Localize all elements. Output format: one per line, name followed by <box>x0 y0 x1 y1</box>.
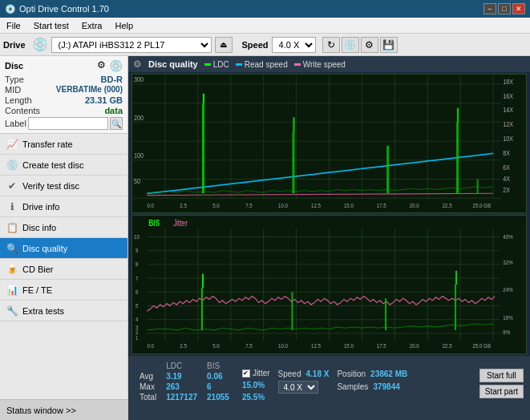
sidebar-item-extra-tests[interactable]: 🔧 Extra tests <box>0 301 127 321</box>
svg-text:10.0: 10.0 <box>278 343 288 350</box>
refresh-button[interactable]: ↻ <box>322 37 340 53</box>
menu-extra[interactable]: Extra <box>79 20 106 31</box>
main-content: Disc ⚙ 💿 Type BD-R MID VERBATIMe (000) L… <box>0 56 530 420</box>
title-bar-left: 💿 Opti Drive Control 1.70 <box>5 4 109 14</box>
svg-text:7.5: 7.5 <box>245 203 253 208</box>
disc-mid-value: VERBATIMe (000) <box>56 85 123 95</box>
disc-mid-label: MID <box>5 85 21 95</box>
speed-select[interactable]: 4.0 X 1.0 X 2.0 X 8.0 X <box>272 37 316 53</box>
eject-button[interactable]: ⏏ <box>215 37 233 53</box>
disc-quality-icon: 🔍 <box>6 243 18 254</box>
transfer-rate-icon: 📈 <box>6 139 18 150</box>
svg-text:4: 4 <box>136 317 138 324</box>
legend-ldc-label: LDC <box>213 60 229 69</box>
disc-label-input[interactable] <box>28 117 108 130</box>
svg-text:25.0 GB: 25.0 GB <box>473 343 492 350</box>
sidebar-item-verify-test-disc-label: Verify test disc <box>22 181 79 191</box>
svg-text:BIS: BIS <box>148 218 160 228</box>
menu-file[interactable]: File <box>3 20 24 31</box>
disc-header: Disc ⚙ 💿 <box>5 59 123 72</box>
settings-button[interactable]: ⚙ <box>361 37 378 53</box>
svg-text:5.0: 5.0 <box>212 343 220 350</box>
svg-text:0.0: 0.0 <box>147 203 154 208</box>
chart-header: ⚙ Disc quality LDC Read speed Write spee… <box>128 56 530 72</box>
disc-label-button[interactable]: 🔍 <box>110 117 123 130</box>
sidebar-item-verify-test-disc[interactable]: ✔ Verify test disc <box>0 176 127 196</box>
create-test-disc-icon: 💿 <box>6 160 18 171</box>
sidebar-item-transfer-rate[interactable]: 📈 Transfer rate <box>0 134 127 155</box>
save-button[interactable]: 💾 <box>380 37 398 53</box>
svg-text:9: 9 <box>136 248 138 255</box>
svg-text:Jitter: Jitter <box>173 218 188 228</box>
cd-bier-icon: 🍺 <box>6 264 18 275</box>
top-chart: 300 200 100 50 18X 16X 14X 12X 10X 8X 6X… <box>131 74 527 213</box>
title-bar-controls: − □ ✕ <box>483 3 525 14</box>
svg-text:4X: 4X <box>503 175 510 183</box>
svg-text:17.5: 17.5 <box>377 203 386 208</box>
svg-rect-44 <box>203 94 204 103</box>
speed-dropdown-stats[interactable]: 4.0 X <box>278 381 318 394</box>
samples-label: Samples <box>337 382 368 391</box>
stats-max-bis: 6 <box>202 382 234 392</box>
svg-text:7: 7 <box>136 275 138 282</box>
disc-type-row: Type BD-R <box>5 75 123 84</box>
svg-text:22.5: 22.5 <box>443 343 452 350</box>
stats-header-empty <box>135 361 161 371</box>
sidebar-item-transfer-rate-label: Transfer rate <box>22 139 73 149</box>
jitter-avg-row: 15.0% <box>242 380 270 390</box>
sidebar-item-extra-tests-label: Extra tests <box>22 306 64 316</box>
svg-text:0.0: 0.0 <box>147 343 154 350</box>
disc-button[interactable]: 💿 <box>342 37 359 53</box>
svg-text:2X: 2X <box>503 187 510 195</box>
svg-text:17.5: 17.5 <box>377 343 386 350</box>
position-label: Position <box>337 370 366 378</box>
disc-length-value: 23.31 GB <box>85 95 123 105</box>
svg-text:1: 1 <box>136 334 138 341</box>
svg-rect-43 <box>202 103 204 194</box>
disc-mid-row: MID VERBATIMe (000) <box>5 85 123 95</box>
jitter-checkbox[interactable]: ✔ <box>242 370 250 378</box>
disc-settings-icon[interactable]: ⚙ <box>97 59 106 72</box>
start-part-button[interactable]: Start part <box>479 385 524 398</box>
action-buttons: Start full Start part <box>479 369 524 398</box>
samples-value: 379844 <box>373 382 399 391</box>
start-full-button[interactable]: Start full <box>479 369 524 382</box>
bottom-chart: BIS Jitter <box>131 215 527 354</box>
chart-area: ⚙ Disc quality LDC Read speed Write spee… <box>128 56 530 420</box>
menu-start-test[interactable]: Start test <box>30 20 72 31</box>
menu-help[interactable]: Help <box>111 20 136 31</box>
position-row: Position 23862 MB <box>337 369 407 378</box>
sidebar-item-cd-bier[interactable]: 🍺 CD Bier <box>0 259 127 280</box>
svg-text:2.5: 2.5 <box>180 343 187 350</box>
chart-settings-icon[interactable]: ⚙ <box>133 59 142 70</box>
disc-panel: Disc ⚙ 💿 Type BD-R MID VERBATIMe (000) L… <box>0 56 127 134</box>
disc-info-icon: 📋 <box>6 222 18 233</box>
samples-row: Samples 379844 <box>337 382 407 391</box>
legend-ldc-dot <box>204 63 211 66</box>
sidebar-item-drive-info[interactable]: ℹ Drive info <box>0 196 127 217</box>
drive-info-icon: ℹ <box>6 201 18 212</box>
sidebar-item-create-test-disc[interactable]: 💿 Create test disc <box>0 155 127 176</box>
sidebar-item-cd-bier-label: CD Bier <box>22 265 54 274</box>
close-button[interactable]: ✕ <box>512 3 525 14</box>
sidebar-item-fe-te[interactable]: 📊 FE / TE <box>0 280 127 301</box>
drive-icons: ↻ 💿 ⚙ 💾 <box>322 37 398 53</box>
legend-write-speed-dot <box>294 63 301 66</box>
svg-text:20.0: 20.0 <box>410 203 419 208</box>
disc-panel-title: Disc <box>5 61 23 71</box>
menu-bar: File Start test Extra Help <box>0 18 530 34</box>
status-window-button[interactable]: Status window >> <box>0 399 127 420</box>
sidebar-item-disc-info[interactable]: 📋 Disc info <box>0 217 127 238</box>
svg-text:40%: 40% <box>503 233 513 240</box>
speed-section: Speed 4.18 X 4.0 X <box>278 369 330 394</box>
svg-text:50: 50 <box>134 178 140 186</box>
svg-text:8X: 8X <box>503 149 510 157</box>
svg-text:200: 200 <box>134 114 144 122</box>
sidebar-item-disc-quality[interactable]: 🔍 Disc quality <box>0 238 127 259</box>
disc-type-value: BD-R <box>101 75 123 84</box>
drive-select[interactable]: (J:) ATAPI iHBS312 2 PL17 <box>51 37 212 53</box>
sidebar-item-disc-info-label: Disc info <box>22 223 56 232</box>
bottom-chart-svg: BIS Jitter <box>132 216 526 353</box>
minimize-button[interactable]: − <box>483 3 496 14</box>
maximize-button[interactable]: □ <box>498 3 511 14</box>
